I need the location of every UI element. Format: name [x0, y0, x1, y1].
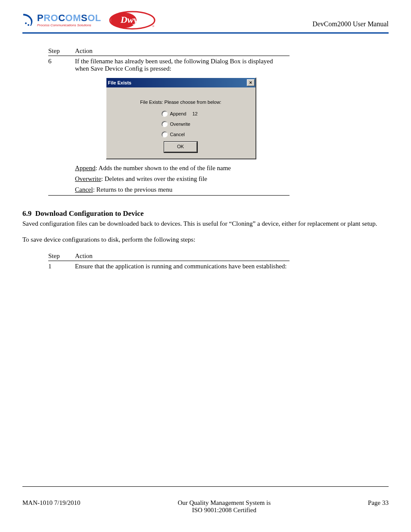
radio-append[interactable]: Append 12	[162, 111, 247, 117]
footer-rule	[22, 486, 389, 487]
page-header: PROCOMSOL Process Communications Solutio…	[22, 11, 389, 30]
footer-center-1: Our Quality Management System is	[81, 499, 368, 507]
radio-label: Append	[170, 111, 187, 116]
svg-point-0	[25, 22, 27, 24]
svg-text:Dwyer: Dwyer	[120, 14, 146, 25]
logo-group: PROCOMSOL Process Communications Solutio…	[22, 11, 156, 30]
section-para-2: To save device configurations to disk, p…	[22, 236, 389, 244]
procomsol-logo: PROCOMSOL Process Communications Solutio…	[22, 13, 101, 28]
dialog-title: File Exists	[108, 80, 131, 85]
radio-label: Overwrite	[170, 121, 190, 127]
radio-icon	[162, 131, 168, 137]
ok-button[interactable]: OK	[164, 142, 197, 152]
step-number: 1	[48, 261, 75, 272]
col-step: Step	[48, 252, 75, 261]
dialog-titlebar: File Exists ✕	[106, 78, 255, 87]
procomsol-tagline: Process Communications Solutions	[37, 24, 101, 27]
footer-right: Page 33	[368, 499, 389, 507]
explain-cancel: Cancel: Returns to the previous menu	[75, 184, 290, 195]
procomsol-swoosh-icon	[22, 13, 34, 28]
step-table-1: Step Action 6 If the filename has alread…	[48, 47, 290, 196]
col-step: Step	[48, 47, 75, 56]
section-para-1: Saved configuration files can be downloa…	[22, 220, 389, 228]
explain-overwrite: Overwrite: Deletes and writes over the e…	[75, 174, 290, 184]
step-number: 6	[48, 56, 75, 75]
footer-center-2: ISO 9001:2008 Certified	[81, 507, 368, 514]
close-icon[interactable]: ✕	[247, 79, 255, 86]
step-text: Ensure that the application is running a…	[75, 261, 290, 272]
explain-append: Append: Adds the number shown to the end…	[75, 163, 290, 174]
svg-text:®: ®	[152, 25, 155, 28]
procomsol-name: PROCOMSOL	[37, 13, 101, 23]
step-table-2: Step Action 1 Ensure that the applicatio…	[48, 252, 290, 272]
step-intro: If the filename has already been used, t…	[75, 56, 290, 75]
header-rule	[22, 32, 389, 34]
dwyer-logo: Dwyer ®	[109, 11, 156, 30]
radio-cancel[interactable]: Cancel	[162, 131, 247, 137]
footer-left: MAN-1010 7/19/2010	[22, 499, 81, 507]
header-title: DevCom2000 User Manual	[312, 20, 389, 28]
append-suffix: 12	[192, 111, 197, 116]
page-footer: MAN-1010 7/19/2010 Our Quality Managemen…	[22, 499, 389, 514]
dialog-message: File Exists: Please choose from below:	[115, 100, 247, 105]
col-action: Action	[75, 47, 290, 56]
section-heading: 6.9 Download Configuration to Device	[22, 209, 389, 218]
svg-point-1	[28, 24, 29, 26]
file-exists-dialog: File Exists ✕ File Exists: Please choose…	[106, 78, 256, 159]
radio-icon	[162, 121, 168, 127]
radio-label: Cancel	[170, 132, 185, 137]
col-action: Action	[75, 252, 290, 261]
radio-icon	[162, 111, 168, 117]
radio-overwrite[interactable]: Overwrite	[162, 121, 247, 127]
